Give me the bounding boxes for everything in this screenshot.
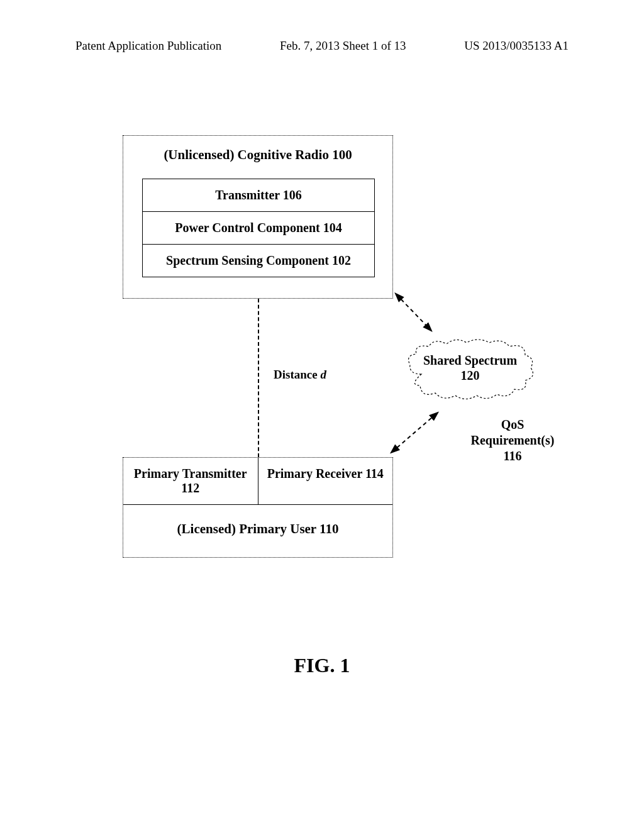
header-right: US 2013/0035133 A1 bbox=[464, 39, 569, 53]
qos-line3: 116 bbox=[504, 449, 522, 463]
svg-line-1 bbox=[392, 413, 437, 452]
header-center: Feb. 7, 2013 Sheet 1 of 13 bbox=[280, 39, 406, 53]
cloud-line1: Shared Spectrum bbox=[423, 353, 517, 367]
figure-caption: FIG. 1 bbox=[0, 654, 644, 677]
primary-transmitter-label: Primary Transmitter 112 bbox=[123, 458, 258, 504]
header-left: Patent Application Publication bbox=[75, 39, 221, 53]
shared-spectrum-cloud: Shared Spectrum 120 bbox=[402, 336, 538, 402]
primary-user-box: Primary Transmitter 112 Primary Receiver… bbox=[123, 457, 393, 558]
arrow-bottom-icon bbox=[387, 408, 447, 457]
cloud-text: Shared Spectrum 120 bbox=[402, 353, 538, 383]
primary-user-title: (Licensed) Primary User 110 bbox=[123, 505, 392, 537]
cognitive-radio-box: (Unlicensed) Cognitive Radio 100 Transmi… bbox=[123, 135, 393, 299]
spectrum-sensing-label: Spectrum Sensing Component 102 bbox=[143, 245, 374, 277]
power-control-label: Power Control Component 104 bbox=[143, 212, 374, 245]
cognitive-radio-inner: Transmitter 106 Power Control Component … bbox=[142, 179, 375, 277]
cloud-line2: 120 bbox=[461, 368, 480, 382]
primary-receiver-label: Primary Receiver 114 bbox=[258, 458, 393, 504]
qos-label: QoS Requirement(s) 116 bbox=[450, 417, 575, 464]
primary-inner: Primary Transmitter 112 Primary Receiver… bbox=[123, 458, 392, 505]
arrow-top-icon bbox=[393, 291, 443, 336]
transmitter-label: Transmitter 106 bbox=[143, 179, 374, 212]
diagram-container: (Unlicensed) Cognitive Radio 100 Transmi… bbox=[123, 135, 550, 607]
svg-line-0 bbox=[396, 294, 431, 330]
qos-line2: Requirement(s) bbox=[471, 433, 555, 447]
distance-line bbox=[258, 299, 259, 457]
distance-label: Distance d bbox=[274, 368, 326, 382]
cognitive-radio-title: (Unlicensed) Cognitive Radio 100 bbox=[123, 136, 392, 163]
page-header: Patent Application Publication Feb. 7, 2… bbox=[0, 39, 644, 53]
distance-variable: d bbox=[320, 368, 326, 381]
distance-prefix: Distance bbox=[274, 368, 320, 381]
qos-line1: QoS bbox=[501, 418, 525, 431]
